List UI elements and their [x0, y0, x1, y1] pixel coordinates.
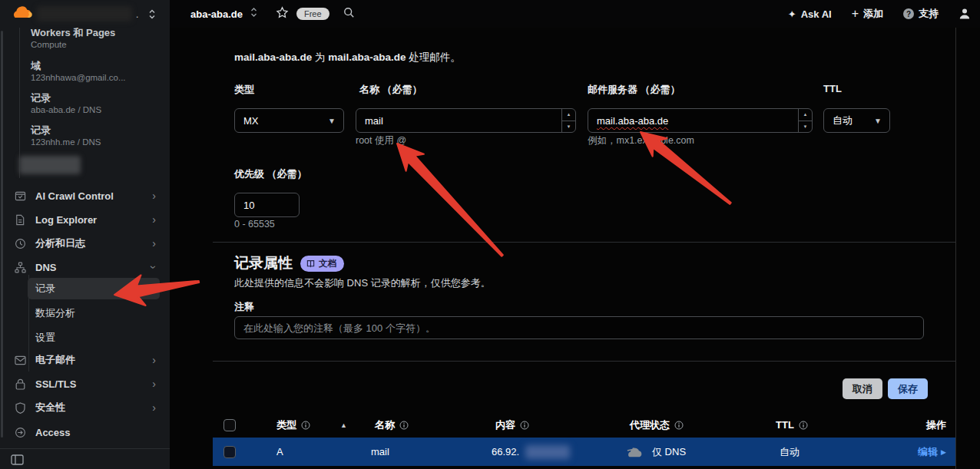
sidebar-item-dns-records[interactable]: 记录 [28, 278, 160, 299]
content-scrollbar-track[interactable] [955, 28, 956, 469]
mail-server-stepper[interactable]: ▲▼ [798, 109, 812, 132]
type-select[interactable]: MX ▼ [234, 108, 344, 133]
shield-icon [14, 402, 26, 414]
docs-badge[interactable]: 文档 [300, 256, 344, 272]
main-content [170, 28, 980, 469]
mail-server-label: 邮件服务器 （必需） [588, 83, 680, 97]
account-name-suffix: . [136, 9, 138, 20]
ttl-label: TTL [823, 83, 842, 94]
sidebar-item-ssl-tls[interactable]: SSL/TLS › [6, 373, 164, 395]
log-explorer-icon [14, 214, 26, 226]
footer-divider [213, 361, 955, 362]
chevron-down-icon: › [152, 261, 156, 273]
sidebar-item-analytics-logs[interactable]: 分析和日志 › [6, 233, 164, 254]
sidebar-item-security[interactable]: 安全性 › [6, 397, 164, 418]
chevron-down-icon: ▼ [328, 117, 336, 125]
sidebar-item-ai-crawl-control[interactable]: AI Crawl Control › [6, 185, 164, 206]
sidebar-footer-divider [0, 448, 170, 449]
email-icon [14, 355, 26, 365]
user-menu-button[interactable] [958, 8, 971, 20]
select-all-checkbox[interactable] [223, 419, 236, 431]
comment-label: 注释 [234, 300, 254, 314]
section-divider [213, 242, 955, 243]
col-content[interactable]: 内容 [495, 412, 529, 438]
priority-label: 优先级 （必需） [234, 167, 307, 181]
favorite-star-icon[interactable] [276, 6, 289, 22]
access-icon [14, 427, 26, 438]
info-icon [520, 421, 529, 430]
sidebar-item-domain[interactable]: 域 123nhhawa@gmail.co... [31, 60, 161, 82]
row-content: 66.92. [492, 438, 570, 466]
col-proxy-status[interactable]: 代理状态 [630, 412, 684, 438]
account-name-blurred[interactable] [37, 6, 132, 21]
name-label: 名称 （必需） [359, 83, 422, 97]
chevron-right-icon: › [152, 190, 156, 202]
record-attributes-title: 记录属性 文档 [234, 253, 344, 273]
record-attributes-description: 此处提供的信息不会影响 DNS 记录的解析，仅供您参考。 [234, 276, 491, 290]
add-button[interactable]: + 添加 [852, 7, 883, 21]
top-bar: . aba-aba.de Free ✦ Ask AI + [0, 0, 980, 28]
col-ttl[interactable]: TTL [776, 412, 808, 438]
name-input[interactable]: mail ▲▼ [356, 108, 576, 133]
priority-input[interactable]: 10 [234, 193, 300, 217]
sidebar-item-blurred[interactable] [19, 156, 81, 174]
support-button[interactable]: ? 支持 [903, 7, 939, 21]
dns-icon [14, 262, 26, 273]
sidebar: Workers 和 Pages Compute 域 123nhhawa@gmai… [0, 28, 170, 469]
sidebar-item-records-123nhh[interactable]: 记录 123nhh.me / DNS [31, 124, 161, 147]
chevron-right-icon: › [152, 354, 156, 366]
sidebar-item-access[interactable]: Access [6, 421, 164, 443]
crawl-control-icon [14, 190, 26, 202]
zone-switcher-chevrons-icon[interactable] [250, 7, 257, 21]
topbar-account-section: . [0, 0, 170, 28]
sort-ascending-icon[interactable]: ▲ [340, 412, 347, 438]
dns-record-row[interactable]: A mail 66.92. 仅 DNS 自动 编辑 ▶ [213, 438, 955, 466]
row-proxy-status: 仅 DNS [625, 438, 686, 466]
ttl-select[interactable]: 自动 ▼ [823, 108, 890, 133]
plan-badge: Free [296, 8, 329, 20]
collapse-sidebar-icon[interactable] [11, 454, 24, 468]
chevron-right-icon: › [152, 237, 156, 249]
chevron-right-icon: › [152, 213, 156, 226]
mail-server-hint: 例如，mx1.example.com [588, 134, 694, 147]
chevron-right-icon: › [152, 378, 156, 390]
sidebar-item-log-explorer[interactable]: Log Explorer › [6, 209, 164, 230]
col-type[interactable]: 类型 [276, 412, 310, 438]
sidebar-item-workers-pages[interactable]: Workers 和 Pages Compute [31, 27, 161, 49]
name-stepper[interactable]: ▲▼ [561, 109, 575, 132]
row-ttl: 自动 [780, 438, 800, 466]
sidebar-scrollbar[interactable] [1, 31, 3, 438]
search-icon[interactable] [343, 7, 355, 21]
ip-blurred [525, 445, 570, 459]
edit-record-button[interactable]: 编辑 ▶ [918, 445, 946, 459]
cancel-button[interactable]: 取消 [843, 378, 882, 399]
mail-server-input[interactable]: mail.aba-aba.de ▲▼ [588, 108, 813, 133]
save-button[interactable]: 保存 [888, 378, 928, 399]
row-type: A [276, 438, 283, 466]
sidebar-item-records-abaaba[interactable]: 记录 aba-aba.de / DNS [31, 92, 161, 114]
row-name: mail [371, 438, 389, 466]
triangle-right-icon: ▶ [941, 448, 946, 456]
comment-input[interactable] [234, 316, 924, 339]
zone-selector[interactable]: aba-aba.de [190, 8, 243, 20]
type-label: 类型 [234, 83, 254, 97]
dns-only-cloud-icon [625, 445, 644, 458]
info-icon [799, 421, 808, 430]
chevron-down-icon: ▼ [874, 117, 882, 125]
sidebar-item-dns-analytics[interactable]: 数据分析 [28, 302, 160, 324]
col-name[interactable]: 名称 [375, 412, 409, 438]
clock-icon [14, 238, 26, 249]
sidebar-item-dns-settings[interactable]: 设置 [28, 327, 160, 348]
sidebar-item-email[interactable]: 电子邮件 › [6, 349, 164, 371]
chevron-right-icon: › [152, 401, 156, 414]
account-switcher-chevrons-icon[interactable] [148, 8, 156, 23]
info-icon [674, 421, 684, 430]
ask-ai-button[interactable]: ✦ Ask AI [788, 8, 832, 20]
info-icon [399, 421, 409, 430]
history-indent-line [19, 28, 20, 178]
plus-icon: + [852, 7, 859, 21]
record-intro-text: mail.aba-aba.de 为 mail.aba-aba.de 处理邮件。 [234, 51, 461, 64]
row-checkbox[interactable] [223, 446, 236, 458]
col-actions: 操作 [926, 412, 946, 438]
sidebar-item-dns[interactable]: DNS › [6, 256, 164, 278]
